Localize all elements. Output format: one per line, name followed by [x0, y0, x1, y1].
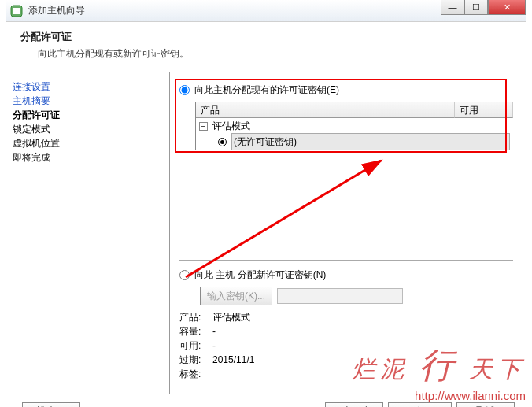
step-host-summary[interactable]: 主机摘要: [13, 94, 163, 107]
wizard-content: 向此主机分配现有的许可证密钥(E) 产品 可用 − 评估模式 (无许可证密钥: [170, 72, 526, 394]
radio-selected-icon: [218, 138, 227, 146]
app-icon: [9, 4, 24, 18]
svg-rect-1: [13, 8, 20, 14]
col-product: 产品: [196, 102, 455, 118]
radio-assign-new-input[interactable]: [179, 270, 190, 280]
enter-key-button[interactable]: 输入密钥(K)...: [200, 287, 272, 305]
row-nokey-label: (无许可证密钥): [231, 133, 510, 150]
page-subtitle: 向此主机分配现有或新许可证密钥。: [38, 47, 512, 61]
collapse-icon[interactable]: −: [199, 122, 208, 131]
radio-assign-new-label: 向此 主机 分配新许可证密钥(N): [194, 268, 326, 282]
step-connection-settings[interactable]: 连接设置: [13, 80, 163, 93]
info-capacity-label: 容量:: [179, 324, 212, 339]
info-tag-label: 标签:: [179, 367, 212, 381]
wizard-steps-sidebar: 连接设置 主机摘要 分配许可证 锁定模式 虚拟机位置 即将完成: [6, 72, 170, 394]
help-button[interactable]: 帮助(H): [22, 402, 80, 408]
page-title: 分配许可证: [20, 30, 512, 44]
step-ready-complete: 即将完成: [13, 151, 163, 164]
table-row-nokey[interactable]: (无许可证密钥): [196, 134, 513, 150]
radio-assign-existing[interactable]: 向此主机分配现有的许可证密钥(E): [179, 83, 513, 97]
minimize-button[interactable]: —: [441, 0, 464, 15]
info-capacity-value: -: [212, 324, 216, 339]
license-key-input: [277, 288, 403, 304]
step-lockdown-mode: 锁定模式: [13, 123, 163, 135]
license-info: 产品:评估模式 容量:- 可用:- 过期:2015/11/1 标签:: [179, 310, 513, 381]
radio-assign-existing-label: 向此主机分配现有的许可证密钥(E): [194, 83, 339, 97]
cancel-button[interactable]: 取消: [456, 402, 515, 408]
maximize-button[interactable]: ☐: [464, 0, 488, 15]
col-available: 可用: [455, 102, 513, 118]
next-button[interactable]: 下一步(N) >: [388, 402, 452, 408]
back-button[interactable]: <上一步: [325, 402, 383, 408]
close-button[interactable]: ✕: [488, 0, 526, 15]
info-expires-value: 2015/11/1: [212, 353, 254, 367]
step-assign-license: 分配许可证: [13, 109, 163, 121]
row-mode-label: 评估模式: [212, 118, 250, 134]
wizard-header: 分配许可证 向此主机分配现有或新许可证密钥。: [6, 22, 526, 72]
step-vm-location: 虚拟机位置: [13, 137, 163, 150]
radio-assign-new[interactable]: 向此 主机 分配新许可证密钥(N): [179, 268, 513, 282]
titlebar: 添加主机向导 — ☐ ✕: [6, 0, 526, 22]
license-table: 产品 可用 − 评估模式 (无许可证密钥): [195, 102, 513, 150]
wizard-footer: 帮助(H) <上一步 下一步(N) > 取消: [6, 394, 526, 407]
radio-assign-existing-input[interactable]: [179, 85, 190, 95]
info-expires-label: 过期:: [179, 353, 212, 367]
info-available-label: 可用:: [179, 339, 212, 353]
info-product-label: 产品:: [179, 310, 212, 324]
info-product-value: 评估模式: [212, 310, 250, 324]
info-available-value: -: [212, 339, 216, 353]
table-row-mode[interactable]: − 评估模式: [196, 118, 513, 134]
